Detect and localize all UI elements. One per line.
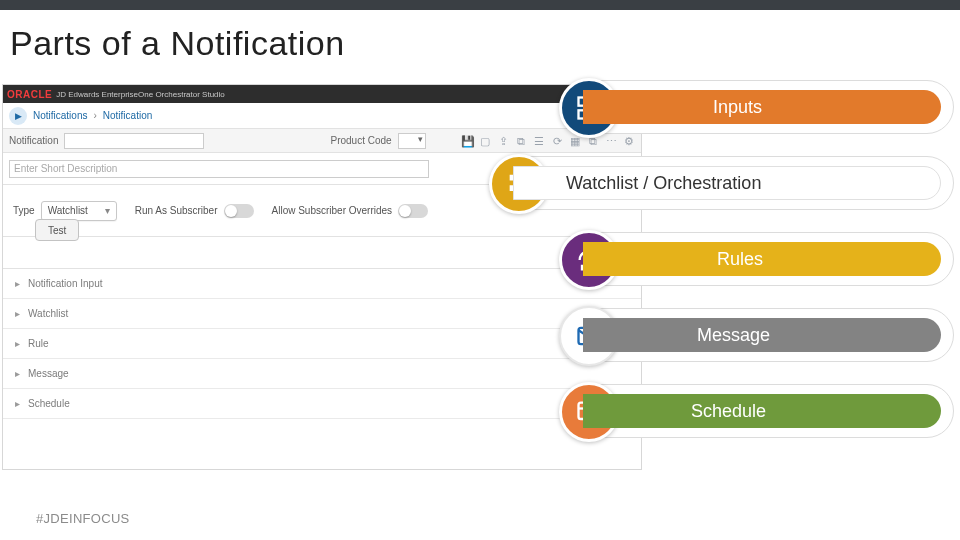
chevron-right-icon: ▸ xyxy=(15,308,20,319)
section-label: Notification Input xyxy=(28,278,103,289)
chevron-right-icon: ▸ xyxy=(15,278,20,289)
callout-label: Rules xyxy=(717,249,763,270)
run-as-subscriber-label: Run As Subscriber xyxy=(135,205,218,216)
footer-hashtag: #JDEINFOCUS xyxy=(36,511,130,526)
breadcrumb-root[interactable]: Notifications xyxy=(33,110,87,121)
test-row: Test xyxy=(3,237,641,269)
play-icon[interactable]: ▶ xyxy=(9,107,27,125)
callout-stack: Inputs Watchlist / Orchestration Rules M… xyxy=(582,80,954,438)
callout-label: Message xyxy=(697,325,770,346)
callout-inputs: Inputs xyxy=(582,80,954,134)
callout-message: Message xyxy=(582,308,954,362)
type-dropdown[interactable]: Watchlist xyxy=(41,201,117,221)
section-rule[interactable]: ▸ Rule xyxy=(3,329,641,359)
refresh-icon[interactable]: ⟳ xyxy=(551,135,563,147)
test-button[interactable]: Test xyxy=(35,219,79,241)
breadcrumb: ▶ Notifications › Notification xyxy=(3,103,641,129)
oracle-logo: ORACLE xyxy=(7,89,52,100)
section-label: Watchlist xyxy=(28,308,68,319)
short-description-input[interactable]: Enter Short Description xyxy=(9,160,429,178)
callout-label: Inputs xyxy=(713,97,762,118)
app-product-name: JD Edwards EnterpriseOne Orchestrator St… xyxy=(56,90,225,99)
run-as-subscriber-toggle[interactable] xyxy=(224,204,254,218)
app-header: ORACLE JD Edwards EnterpriseOne Orchestr… xyxy=(3,85,641,103)
callout-rules: Rules xyxy=(582,232,954,286)
slide-top-bar xyxy=(0,0,960,10)
app-screenshot: ORACLE JD Edwards EnterpriseOne Orchestr… xyxy=(2,84,642,470)
allow-overrides-label: Allow Subscriber Overrides xyxy=(272,205,393,216)
callout-label: Schedule xyxy=(691,401,766,422)
breadcrumb-separator: › xyxy=(93,110,96,121)
save-icon[interactable]: 💾 xyxy=(461,135,473,147)
chevron-right-icon: ▸ xyxy=(15,398,20,409)
section-notification-input[interactable]: ▸ Notification Input xyxy=(3,269,641,299)
callout-label: Watchlist / Orchestration xyxy=(566,173,761,194)
callout-schedule: Schedule xyxy=(582,384,954,438)
section-label: Schedule xyxy=(28,398,70,409)
section-label: Rule xyxy=(28,338,49,349)
form-name-input[interactable] xyxy=(64,133,204,149)
open-icon[interactable]: ⧉ xyxy=(515,135,527,147)
form-name-label: Notification xyxy=(9,135,58,146)
slide-title: Parts of a Notification xyxy=(0,10,960,73)
product-code-label: Product Code xyxy=(330,135,391,146)
product-code-select[interactable] xyxy=(398,133,426,149)
section-label: Message xyxy=(28,368,69,379)
tree-icon[interactable]: ☰ xyxy=(533,135,545,147)
breadcrumb-current: Notification xyxy=(103,110,152,121)
section-watchlist[interactable]: ▸ Watchlist xyxy=(3,299,641,329)
callout-watchlist-orchestration: Watchlist / Orchestration xyxy=(512,156,954,210)
window-icon[interactable]: ▢ xyxy=(479,135,491,147)
toolbar: Notification Product Code 💾 ▢ ⇪ ⧉ ☰ ⟳ ▦ … xyxy=(3,129,641,153)
chevron-right-icon: ▸ xyxy=(15,338,20,349)
section-schedule[interactable]: ▸ Schedule xyxy=(3,389,641,419)
type-label: Type xyxy=(13,205,35,216)
section-message[interactable]: ▸ Message xyxy=(3,359,641,389)
notification-sections: ▸ Notification Input ▸ Watchlist ▸ Rule … xyxy=(3,269,641,419)
allow-overrides-toggle[interactable] xyxy=(398,204,428,218)
export-icon[interactable]: ⇪ xyxy=(497,135,509,147)
chevron-right-icon: ▸ xyxy=(15,368,20,379)
